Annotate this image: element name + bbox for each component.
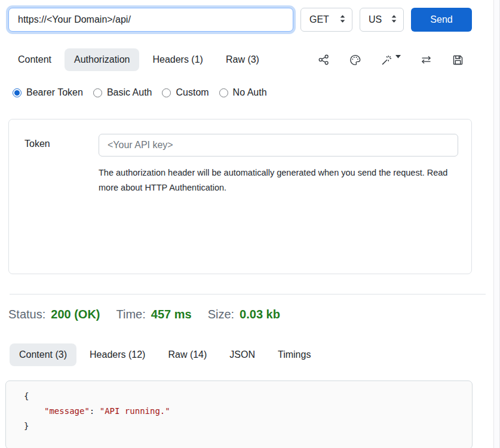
json-value: "API running." <box>100 406 170 416</box>
json-separator: : <box>90 406 100 416</box>
url-input[interactable] <box>8 8 293 32</box>
radio-label: No Auth <box>233 87 267 98</box>
tab-raw[interactable]: Raw (3) <box>216 48 269 71</box>
save-icon[interactable] <box>452 54 464 66</box>
chevron-down-icon <box>395 55 401 59</box>
tab-response-headers[interactable]: Headers (12) <box>80 343 155 366</box>
radio-basic-auth[interactable]: Basic Auth <box>93 87 152 98</box>
size-label: Size: <box>208 308 234 321</box>
radio-icon <box>219 88 228 97</box>
method-select-value: GET <box>309 14 329 25</box>
tab-content[interactable]: Content <box>8 48 61 71</box>
region-select-value: US <box>369 14 382 25</box>
radio-label: Basic Auth <box>107 87 152 98</box>
send-button[interactable]: Send <box>411 8 472 32</box>
radio-no-auth[interactable]: No Auth <box>219 87 267 98</box>
swap-arrows-icon[interactable] <box>420 54 432 66</box>
radio-icon <box>93 88 102 97</box>
radio-custom[interactable]: Custom <box>162 87 208 98</box>
code-line: { <box>24 389 472 404</box>
radio-label: Custom <box>176 87 208 98</box>
share-icon[interactable] <box>318 54 330 66</box>
request-bar: GET US Send <box>8 0 472 32</box>
tab-authorization[interactable]: Authorization <box>65 48 139 71</box>
size-item: Size: 0.03 kb <box>208 308 280 321</box>
updown-arrows-icon <box>391 14 397 26</box>
time-value: 457 ms <box>151 308 192 321</box>
region-select[interactable]: US <box>360 8 404 32</box>
divider <box>10 294 486 294</box>
time-item: Time: 457 ms <box>116 308 192 321</box>
magic-wand-icon[interactable] <box>381 54 401 66</box>
time-label: Time: <box>116 308 146 321</box>
app-content: GET US Send Content Authorization Header… <box>8 0 472 448</box>
authorization-panel: Token The authorization header will be a… <box>8 119 472 274</box>
tab-response-timings[interactable]: Timings <box>268 343 320 366</box>
token-input[interactable] <box>99 134 458 157</box>
code-line: "message": "API running." <box>24 404 472 419</box>
token-label: Token <box>24 134 99 274</box>
json-key: "message" <box>44 406 90 416</box>
status-label: Status: <box>8 308 45 321</box>
tab-response-content[interactable]: Content (3) <box>10 343 76 366</box>
scrollbar[interactable] <box>493 0 500 448</box>
tab-response-raw[interactable]: Raw (14) <box>158 343 216 366</box>
token-help-text: The authorization header will be automat… <box>99 165 458 195</box>
updown-arrows-icon <box>339 14 346 26</box>
palette-icon[interactable] <box>349 54 361 66</box>
tab-headers[interactable]: Headers (1) <box>143 48 212 71</box>
toolbar <box>318 54 472 66</box>
radio-icon <box>162 88 171 97</box>
radio-label: Bearer Token <box>26 87 83 98</box>
radio-bearer-token[interactable]: Bearer Token <box>13 87 83 98</box>
response-status-bar: Status: 200 (OK) Time: 457 ms Size: 0.03… <box>8 308 472 321</box>
auth-type-options: Bearer Token Basic Auth Custom No Auth <box>13 87 472 98</box>
method-select[interactable]: GET <box>300 8 352 32</box>
tab-response-json[interactable]: JSON <box>220 343 265 366</box>
response-tabs: Content (3) Headers (12) Raw (14) JSON T… <box>10 343 472 366</box>
request-tabs: Content Authorization Headers (1) Raw (3… <box>8 48 472 71</box>
response-body: { "message": "API running." } <box>5 381 473 448</box>
radio-icon <box>13 88 22 97</box>
code-line: } <box>24 419 472 434</box>
status-value: 200 (OK) <box>51 308 100 321</box>
status-item: Status: 200 (OK) <box>8 308 100 321</box>
size-value: 0.03 kb <box>240 308 280 321</box>
